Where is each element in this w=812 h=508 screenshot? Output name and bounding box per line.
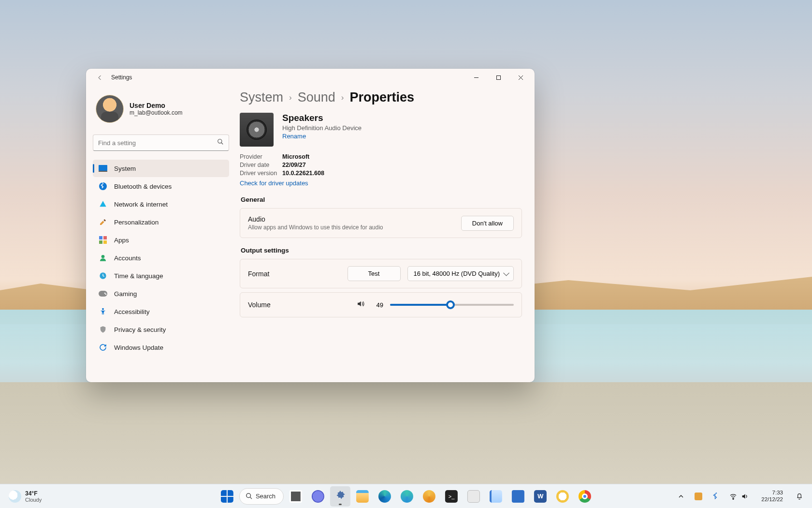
format-value: 16 bit, 48000 Hz (DVD Quality) — [414, 270, 500, 277]
slider-fill — [390, 304, 450, 306]
edge-beta-icon — [401, 490, 413, 503]
nav-update[interactable]: Windows Update — [93, 339, 229, 356]
device-name: Speakers — [282, 113, 362, 123]
chrome-icon — [579, 490, 591, 503]
nav-time[interactable]: Time & language — [93, 267, 229, 284]
start-button[interactable] — [217, 486, 237, 507]
nav-label: Accessibility — [114, 308, 150, 315]
breadcrumb: System › Sound › Properties — [240, 90, 522, 105]
audio-card: Audio Allow apps and Windows to use this… — [240, 208, 522, 238]
svg-rect-18 — [228, 490, 233, 496]
rename-link[interactable]: Rename — [282, 133, 306, 140]
terminal-button[interactable]: >_ — [441, 486, 462, 507]
nav-apps[interactable]: Apps — [93, 231, 229, 249]
provider-label: Provider — [240, 153, 282, 160]
nav-personalization[interactable]: Personalization — [93, 213, 229, 231]
nav-bluetooth[interactable]: Bluetooth & devices — [93, 178, 229, 195]
nav-network[interactable]: Network & internet — [93, 195, 229, 213]
profile-name: User Demo — [130, 102, 183, 109]
nav-list: System Bluetooth & devices Network & int… — [93, 160, 229, 356]
close-icon — [518, 75, 523, 80]
generic-app-icon — [467, 490, 480, 503]
notifications-button[interactable] — [792, 487, 807, 506]
svg-point-16 — [102, 308, 104, 310]
clock-button[interactable]: 7:33 22/12/22 — [754, 487, 790, 506]
search-box[interactable] — [93, 134, 229, 151]
app3-button[interactable] — [552, 486, 573, 507]
nav-label: Personalization — [114, 219, 159, 226]
svg-point-2 — [218, 139, 222, 143]
weather-temp: 34°F — [25, 490, 42, 497]
edge-canary-button[interactable] — [419, 486, 439, 507]
close-button[interactable] — [509, 70, 532, 85]
minimize-icon — [474, 75, 479, 80]
nav-gaming[interactable]: Gaming — [93, 285, 229, 302]
breadcrumb-properties: Properties — [349, 90, 414, 105]
update-icon — [99, 343, 107, 352]
wifi-icon — [729, 493, 737, 500]
titlebar: Settings — [86, 69, 535, 86]
driver-version-label: Driver version — [240, 170, 282, 177]
audio-title: Audio — [248, 215, 454, 223]
format-label: Format — [248, 270, 341, 278]
breadcrumb-sound[interactable]: Sound — [298, 90, 335, 105]
driver-date-value: 22/09/27 — [282, 162, 522, 168]
task-view-button[interactable] — [286, 486, 306, 507]
nav-privacy[interactable]: Privacy & security — [93, 321, 229, 338]
nav-accounts[interactable]: Accounts — [93, 249, 229, 267]
tray-bluetooth[interactable] — [708, 487, 724, 506]
device-subtitle: High Definition Audio Device — [282, 124, 362, 132]
taskbar-search[interactable]: Search — [239, 488, 284, 505]
nav-system[interactable]: System — [93, 160, 229, 177]
nav-label: Time & language — [114, 272, 163, 280]
gaming-icon — [99, 289, 107, 298]
chat-button[interactable] — [308, 486, 328, 507]
nav-label: Privacy & security — [114, 326, 166, 333]
minimize-button[interactable] — [465, 70, 487, 85]
shield-icon — [99, 325, 107, 334]
profile-email: m_lab@outlook.com — [130, 109, 183, 116]
weather-widget[interactable]: 34°F Cloudy — [5, 488, 45, 505]
notepad-button[interactable] — [486, 486, 506, 507]
svg-rect-20 — [228, 497, 233, 503]
nav-accessibility[interactable]: Accessibility — [93, 303, 229, 320]
app2-button[interactable] — [508, 486, 528, 507]
volume-icon — [741, 493, 749, 500]
search-input[interactable] — [98, 139, 217, 147]
edge-button[interactable] — [375, 486, 395, 507]
word-button[interactable]: W — [530, 486, 551, 507]
profile-block[interactable]: User Demo m_lab@outlook.com — [93, 90, 229, 132]
test-button[interactable]: Test — [348, 266, 401, 281]
check-updates-link[interactable]: Check for driver updates — [240, 179, 308, 187]
svg-point-11 — [102, 255, 105, 258]
svg-point-15 — [105, 294, 107, 295]
volume-icon[interactable] — [356, 299, 365, 310]
nav-label: Bluetooth & devices — [114, 183, 172, 190]
svg-rect-10 — [103, 240, 107, 244]
tray-quick-settings[interactable] — [725, 487, 753, 506]
explorer-button[interactable] — [352, 486, 373, 507]
back-button[interactable] — [93, 71, 106, 84]
dont-allow-button[interactable]: Don't allow — [461, 216, 514, 231]
generic-app-icon — [512, 490, 524, 503]
tray-overflow[interactable] — [673, 487, 689, 506]
accounts-icon — [99, 254, 107, 262]
chevron-right-icon: › — [341, 93, 344, 103]
chevron-right-icon: › — [289, 93, 292, 103]
volume-slider[interactable] — [390, 304, 514, 306]
taskbar-center: Search >_ W — [217, 486, 595, 507]
chrome-button[interactable] — [575, 486, 595, 507]
slider-thumb[interactable] — [446, 300, 455, 309]
breadcrumb-system[interactable]: System — [240, 90, 283, 105]
nav-label: Windows Update — [114, 344, 163, 351]
svg-rect-17 — [221, 490, 227, 496]
windows-icon — [221, 490, 233, 503]
bell-icon — [796, 493, 803, 500]
maximize-button[interactable] — [487, 70, 509, 85]
edge-beta-button[interactable] — [397, 486, 417, 507]
format-select[interactable]: 16 bit, 48000 Hz (DVD Quality) — [407, 266, 514, 281]
settings-taskbar-button[interactable] — [330, 486, 350, 507]
device-header: Speakers High Definition Audio Device Re… — [240, 113, 522, 147]
app1-button[interactable] — [464, 486, 484, 507]
tray-app[interactable] — [691, 487, 706, 506]
